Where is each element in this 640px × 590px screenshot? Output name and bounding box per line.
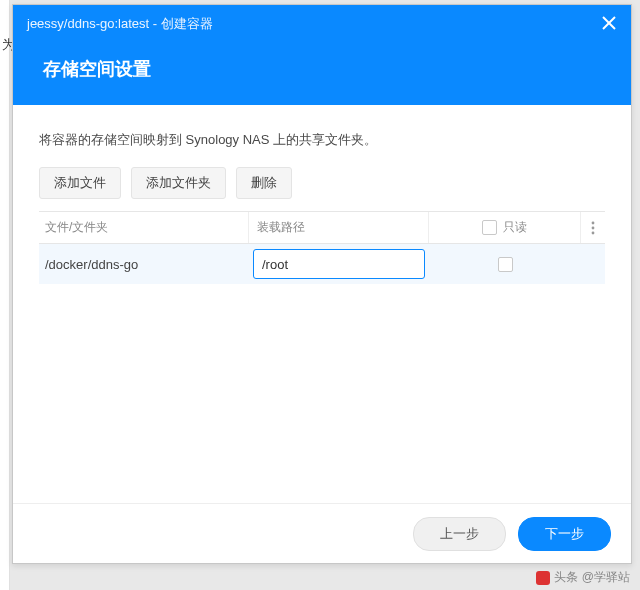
readonly-header-checkbox[interactable] — [482, 220, 497, 235]
mount-path-input[interactable] — [253, 249, 425, 279]
add-folder-button[interactable]: 添加文件夹 — [131, 167, 226, 199]
col-header-mount: 装载路径 — [249, 212, 429, 243]
svg-point-3 — [592, 226, 595, 229]
add-file-button[interactable]: 添加文件 — [39, 167, 121, 199]
watermark: 头条 @学驿站 — [536, 569, 630, 586]
svg-point-4 — [592, 231, 595, 234]
readonly-header-label: 只读 — [503, 219, 527, 236]
watermark-icon — [536, 571, 550, 585]
close-button[interactable] — [597, 11, 621, 35]
svg-point-2 — [592, 221, 595, 224]
readonly-checkbox[interactable] — [498, 257, 513, 272]
volume-table: 文件/文件夹 装载路径 只读 /docker/ddns-go — [39, 211, 605, 284]
create-container-dialog: jeessy/ddns-go:latest - 创建容器 存储空间设置 将容器的… — [12, 4, 632, 564]
col-header-readonly: 只读 — [429, 212, 581, 243]
dialog-footer: 上一步 下一步 — [13, 503, 631, 563]
more-icon — [591, 221, 595, 235]
table-header: 文件/文件夹 装载路径 只读 — [39, 212, 605, 244]
next-button[interactable]: 下一步 — [518, 517, 611, 551]
window-title: jeessy/ddns-go:latest - 创建容器 — [27, 15, 213, 33]
col-header-more[interactable] — [581, 212, 605, 243]
close-icon — [602, 16, 616, 30]
dialog-body: 将容器的存储空间映射到 Synology NAS 上的共享文件夹。 添加文件 添… — [13, 105, 631, 503]
dialog-header: jeessy/ddns-go:latest - 创建容器 存储空间设置 — [13, 5, 631, 105]
description-text: 将容器的存储空间映射到 Synology NAS 上的共享文件夹。 — [39, 131, 605, 149]
toolbar: 添加文件 添加文件夹 删除 — [39, 167, 605, 199]
delete-button[interactable]: 删除 — [236, 167, 292, 199]
section-title: 存储空间设置 — [43, 57, 151, 81]
col-header-file: 文件/文件夹 — [39, 212, 249, 243]
table-row[interactable]: /docker/ddns-go — [39, 244, 605, 284]
watermark-text: 头条 @学驿站 — [554, 569, 630, 586]
prev-button[interactable]: 上一步 — [413, 517, 506, 551]
row-file-path: /docker/ddns-go — [39, 244, 249, 284]
